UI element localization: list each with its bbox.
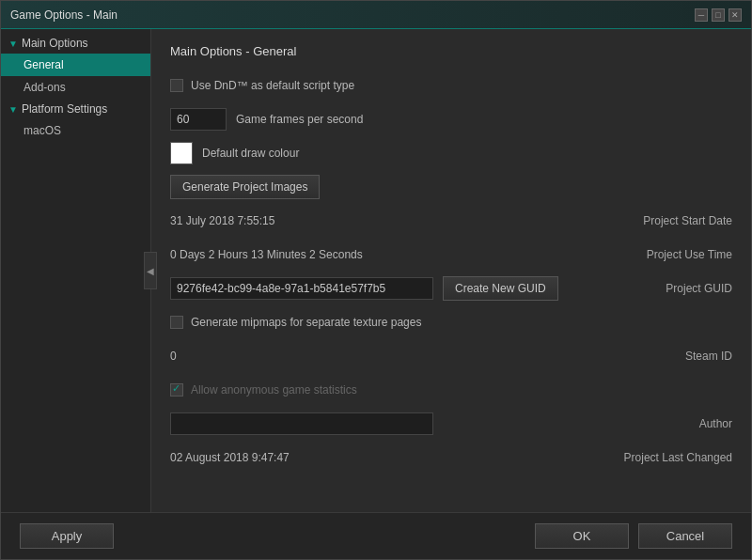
steam-id-label: Steam ID — [601, 350, 732, 363]
project-start-date-left: 31 July 2018 7:55:15 — [170, 214, 601, 227]
project-guid-left: Create New GUID — [170, 276, 601, 301]
author-input[interactable] — [170, 412, 433, 435]
mipmaps-row: Generate mipmaps for separate texture pa… — [170, 310, 732, 334]
maximize-button[interactable]: □ — [712, 8, 725, 22]
collapse-arrow-platform: ▼ — [8, 104, 18, 115]
sidebar-collapse-handle[interactable]: ◀ — [144, 252, 157, 289]
draw-colour-label: Default draw colour — [202, 147, 299, 160]
generate-images-row: Generate Project Images — [170, 175, 732, 199]
footer: Apply OK Cancel — [1, 512, 751, 559]
fps-label: Game frames per second — [236, 113, 363, 126]
project-use-time-row: 0 Days 2 Hours 13 Minutes 2 Seconds Proj… — [170, 242, 732, 267]
create-guid-button[interactable]: Create New GUID — [443, 276, 558, 301]
author-label: Author — [601, 417, 732, 430]
dnd-label: Use DnD™ as default script type — [191, 79, 354, 92]
anonymous-stats-wrap: Allow anonymous game statistics — [170, 383, 357, 397]
close-button[interactable]: ✕ — [728, 8, 742, 22]
fps-input[interactable] — [170, 108, 227, 131]
guid-input[interactable] — [170, 277, 433, 300]
project-use-time-left: 0 Days 2 Hours 13 Minutes 2 Seconds — [170, 248, 601, 261]
project-use-time-label: Project Use Time — [601, 248, 732, 261]
dnd-row: Use DnD™ as default script type — [170, 73, 732, 98]
title-bar-controls: ─ □ ✕ — [695, 8, 742, 22]
sidebar-group-main-label: Main Options — [22, 37, 88, 50]
main-window: Game Options - Main ─ □ ✕ ▼ Main Options… — [0, 0, 752, 560]
draw-colour-row: Default draw colour — [170, 141, 732, 165]
mipmaps-left: Generate mipmaps for separate texture pa… — [170, 316, 732, 329]
dnd-left: Use DnD™ as default script type — [170, 79, 732, 92]
mipmaps-label: Generate mipmaps for separate texture pa… — [191, 316, 421, 329]
steam-id-value: 0 — [170, 350, 177, 363]
project-last-changed-label: Project Last Changed — [601, 451, 732, 464]
anonymous-stats-checkbox[interactable] — [170, 383, 183, 397]
author-row: Author — [170, 412, 732, 436]
project-guid-row: Create New GUID Project GUID — [170, 276, 732, 301]
dnd-checkbox-wrap: Use DnD™ as default script type — [170, 79, 354, 92]
anonymous-stats-left: Allow anonymous game statistics — [170, 383, 732, 397]
anonymous-stats-row: Allow anonymous game statistics — [170, 378, 732, 402]
sidebar-group-platform-label: Platform Settings — [22, 102, 107, 116]
anonymous-stats-label: Allow anonymous game statistics — [191, 383, 357, 397]
fps-left: Game frames per second — [170, 108, 732, 131]
cancel-button[interactable]: Cancel — [638, 523, 732, 549]
project-start-date-row: 31 July 2018 7:55:15 Project Start Date — [170, 209, 732, 233]
project-start-date-label: Project Start Date — [601, 214, 732, 227]
fps-row: Game frames per second — [170, 107, 732, 132]
sidebar-item-addons[interactable]: Add-ons — [1, 76, 150, 99]
project-last-changed-value: 02 August 2018 9:47:47 — [170, 451, 290, 464]
apply-button[interactable]: Apply — [20, 523, 114, 549]
project-start-date-value: 31 July 2018 7:55:15 — [170, 214, 274, 227]
steam-id-left: 0 — [170, 350, 601, 363]
content-area: Main Options - General Use DnD™ as defau… — [151, 29, 751, 512]
minimize-button[interactable]: ─ — [695, 8, 708, 22]
sidebar-group-main-options[interactable]: ▼ Main Options — [1, 33, 150, 54]
window-title: Game Options - Main — [10, 8, 118, 22]
author-left — [170, 412, 601, 435]
project-last-changed-left: 02 August 2018 9:47:47 — [170, 451, 601, 464]
draw-colour-left: Default draw colour — [170, 142, 732, 164]
title-bar: Game Options - Main ─ □ ✕ — [1, 1, 751, 29]
sidebar-group-platform[interactable]: ▼ Platform Settings — [1, 99, 150, 119]
ok-button[interactable]: OK — [535, 523, 629, 549]
project-last-changed-row: 02 August 2018 9:47:47 Project Last Chan… — [170, 445, 732, 470]
mipmaps-checkbox-wrap: Generate mipmaps for separate texture pa… — [170, 316, 421, 329]
collapse-arrow-main: ▼ — [8, 39, 18, 49]
generate-images-button[interactable]: Generate Project Images — [170, 175, 320, 199]
dnd-checkbox[interactable] — [170, 79, 183, 92]
draw-colour-box[interactable] — [170, 142, 193, 164]
sidebar-item-general[interactable]: General — [1, 54, 150, 76]
content-title: Main Options - General — [170, 44, 732, 58]
steam-id-row: 0 Steam ID — [170, 344, 732, 368]
generate-images-left: Generate Project Images — [170, 175, 732, 199]
sidebar-item-macos[interactable]: macOS — [1, 119, 150, 142]
mipmaps-checkbox[interactable] — [170, 316, 183, 329]
project-use-time-value: 0 Days 2 Hours 13 Minutes 2 Seconds — [170, 248, 363, 261]
sidebar: ▼ Main Options General Add-ons ▼ Platfor… — [1, 29, 151, 512]
main-content: ▼ Main Options General Add-ons ▼ Platfor… — [1, 29, 751, 512]
project-guid-label: Project GUID — [601, 282, 732, 295]
